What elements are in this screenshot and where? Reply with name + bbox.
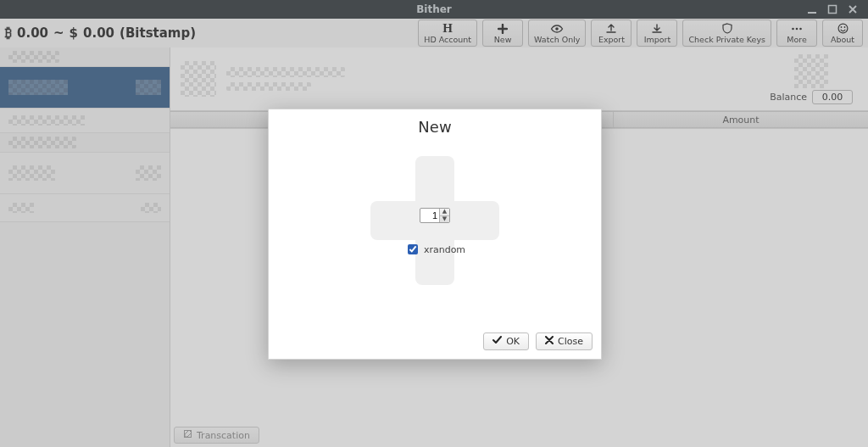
count-stepper[interactable]: ▲ ▼: [420, 208, 450, 223]
stepper-buttons: ▲ ▼: [439, 209, 449, 222]
count-input[interactable]: [420, 209, 439, 222]
dialog-footer: OK Close: [269, 326, 601, 359]
close-button[interactable]: Close: [536, 332, 593, 350]
close-label: Close: [558, 336, 583, 347]
check-icon: [492, 336, 502, 347]
dialog-title: New: [269, 109, 601, 139]
ok-button[interactable]: OK: [483, 332, 529, 350]
xrandom-label: xrandom: [424, 244, 465, 255]
dialog-body: ▲ ▼ xrandom: [269, 139, 601, 326]
dialog-controls: ▲ ▼ xrandom: [404, 208, 465, 257]
ok-label: OK: [506, 336, 520, 347]
xrandom-row[interactable]: xrandom: [404, 242, 465, 257]
stepper-down-icon[interactable]: ▼: [440, 216, 449, 223]
new-dialog: New ▲ ▼ xrandom OK: [268, 109, 602, 360]
xrandom-checkbox[interactable]: [408, 244, 418, 254]
close-icon: [545, 336, 554, 347]
